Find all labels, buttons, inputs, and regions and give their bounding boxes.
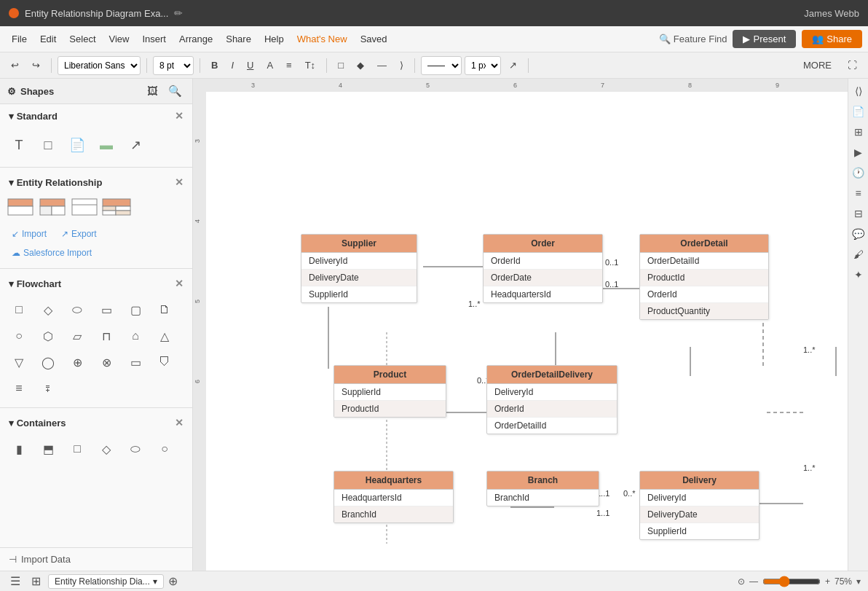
cont-stadium[interactable]: ⬭ <box>122 437 149 461</box>
rp-brush-btn[interactable]: 🖌 <box>851 246 867 262</box>
rp-grid-btn[interactable]: ⊞ <box>851 124 867 140</box>
waypoint-button[interactable]: ↗ <box>504 57 522 74</box>
canvas-area[interactable]: 3 4 5 6 7 8 9 3 4 5 6 <box>193 79 848 571</box>
bb-tab-dropdown-icon[interactable]: ▾ <box>153 576 157 587</box>
fc-big-circle[interactable]: ◯ <box>35 351 61 374</box>
zoom-slider[interactable] <box>762 576 821 587</box>
rp-magic-btn[interactable]: ✦ <box>851 267 867 283</box>
underline-button[interactable]: U <box>242 57 259 74</box>
text-shape[interactable]: T <box>6 132 32 158</box>
menu-select[interactable]: Select <box>63 31 101 47</box>
image-search-icon[interactable]: 🖼 <box>144 83 161 99</box>
cont-diamond[interactable]: ◇ <box>93 437 119 461</box>
shape-style-button[interactable]: □ <box>333 57 349 74</box>
line-size-selector[interactable]: 1 px <box>465 56 501 75</box>
connection-style-button[interactable]: ⟩ <box>395 57 409 74</box>
fc-para[interactable]: ▱ <box>64 324 90 348</box>
menu-help[interactable]: Help <box>259 31 290 47</box>
er-shape-3[interactable] <box>70 197 99 217</box>
rp-clock-btn[interactable]: 🕐 <box>851 165 867 181</box>
menu-view[interactable]: View <box>103 31 135 47</box>
orderdetaildelivery-table[interactable]: OrderDetailDelivery DeliveryId OrderId O… <box>486 365 618 434</box>
menu-whats-new[interactable]: What's New <box>291 31 353 47</box>
fullscreen-button[interactable]: ⛶ <box>843 57 862 74</box>
fc-hex[interactable]: ⬡ <box>35 324 61 348</box>
headquarters-table[interactable]: Headquarters HeadquartersId BranchId <box>334 471 454 523</box>
fc-rect2[interactable]: ▭ <box>93 298 119 321</box>
standard-close-icon[interactable]: ✕ <box>175 110 184 122</box>
present-button[interactable]: ▶ Present <box>733 30 796 48</box>
fc-doc[interactable]: 🗋 <box>151 298 178 321</box>
fc-shield[interactable]: ⛉ <box>151 351 178 374</box>
er-shape-4[interactable] <box>102 197 131 217</box>
er-section-header[interactable]: ▾ Entity Relationship ✕ <box>0 171 192 192</box>
er-shape-1[interactable] <box>6 197 35 217</box>
fc-cyl[interactable]: ⊓ <box>93 324 119 348</box>
italic-button[interactable]: I <box>226 57 239 74</box>
rp-layers-btn[interactable]: ≡ <box>851 185 867 201</box>
more-button[interactable]: MORE <box>798 57 837 74</box>
flowchart-section-header[interactable]: ▾ Flowchart ✕ <box>0 272 192 294</box>
cont-circle[interactable]: ○ <box>151 437 178 461</box>
edit-title-icon[interactable]: ✏ <box>174 7 183 19</box>
import-data-button[interactable]: ⊣ Import Data <box>0 547 192 571</box>
fc-rounded[interactable]: ▢ <box>122 298 149 321</box>
fc-small-rect[interactable]: ▭ <box>122 351 149 374</box>
fc-diamond[interactable]: ◇ <box>35 298 61 321</box>
salesforce-import-button[interactable]: ☁ Salesforce Import <box>6 245 98 261</box>
fc-inv-tri[interactable]: ▽ <box>6 351 32 374</box>
fc-rect[interactable]: □ <box>6 298 32 321</box>
fc-tri[interactable]: △ <box>151 324 178 348</box>
er-close-icon[interactable]: ✕ <box>175 176 184 188</box>
rp-speech-btn[interactable]: 💬 <box>851 226 867 242</box>
share-button[interactable]: 👥 Share <box>802 30 862 48</box>
fill-button[interactable]: ◆ <box>352 57 369 74</box>
search-shapes-icon[interactable]: 🔍 <box>165 83 185 99</box>
rect-shape[interactable]: □ <box>35 132 61 158</box>
fc-list[interactable]: ≡ <box>6 377 32 400</box>
fc-stadium[interactable]: ⬭ <box>64 298 90 321</box>
line-style-selector[interactable]: —— <box>421 56 462 75</box>
standard-section-header[interactable]: ▾ Standard ✕ <box>0 104 192 126</box>
menu-edit[interactable]: Edit <box>34 31 62 47</box>
undo-button[interactable]: ↩ <box>6 57 24 74</box>
menu-insert[interactable]: Insert <box>136 31 172 47</box>
font-size-selector[interactable]: 8 pt <box>153 56 194 75</box>
fc-circle[interactable]: ○ <box>6 324 32 348</box>
font-selector[interactable]: Liberation Sans <box>58 56 141 75</box>
diagram-canvas[interactable]: 1..1 0..1 0..1 1..* 0..* 1..* 1..* 1..* … <box>206 92 848 571</box>
bb-add-page-btn[interactable]: ⊕ <box>168 574 178 588</box>
menu-arrange[interactable]: Arrange <box>173 31 218 47</box>
containers-section-header[interactable]: ▾ Containers ✕ <box>0 411 192 433</box>
rp-pages-btn[interactable]: 📄 <box>851 103 867 120</box>
font-color-button[interactable]: A <box>261 57 278 74</box>
flowchart-close-icon[interactable]: ✕ <box>175 278 184 289</box>
cont-horz[interactable]: ⬒ <box>35 437 61 461</box>
menu-file[interactable]: File <box>6 31 33 47</box>
order-table[interactable]: Order OrderId OrderDate HeadquartersId <box>483 234 603 303</box>
align-left-button[interactable]: ≡ <box>281 57 297 74</box>
bb-zoom-in-btn[interactable]: + <box>825 576 830 587</box>
orderdetail-table[interactable]: OrderDetail OrderDetailId ProductId Orde… <box>639 234 769 320</box>
bb-list-view-btn[interactable]: ☰ <box>7 574 23 590</box>
redo-button[interactable]: ↪ <box>27 57 45 74</box>
bb-grid-view-btn[interactable]: ⊞ <box>28 574 44 590</box>
containers-close-icon[interactable]: ✕ <box>175 417 184 428</box>
rp-format-btn[interactable]: ⊟ <box>851 206 867 222</box>
bb-zoom-out-btn[interactable]: — <box>749 576 758 587</box>
rp-collapse-btn[interactable]: ⟨⟩ <box>851 83 867 99</box>
cont-list[interactable]: ▮ <box>6 437 32 461</box>
fc-list2[interactable]: ⩱ <box>35 377 61 400</box>
colored-rect-shape[interactable]: ▬ <box>93 132 119 158</box>
bb-zoom-dropdown-icon[interactable]: ▾ <box>856 576 861 587</box>
feature-find-btn[interactable]: 🔍 Feature Find <box>659 34 727 44</box>
fc-trap[interactable]: ⌂ <box>122 324 149 348</box>
cont-rect[interactable]: □ <box>64 437 90 461</box>
menu-share[interactable]: Share <box>220 31 257 47</box>
line-color-button[interactable]: — <box>372 57 392 74</box>
branch-table[interactable]: Branch BranchId <box>486 471 599 506</box>
product-table[interactable]: Product SupplierId ProductId <box>334 365 446 418</box>
text-direction-button[interactable]: T↕ <box>300 57 320 74</box>
er-shape-2[interactable] <box>38 197 67 217</box>
bold-button[interactable]: B <box>206 57 223 74</box>
